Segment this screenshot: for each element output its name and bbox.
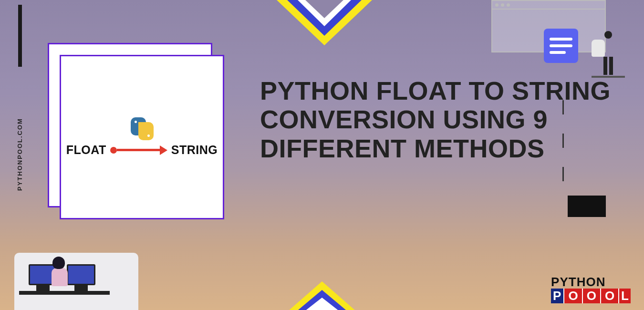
float-label: FLOAT	[66, 143, 106, 157]
desk-person-illustration	[14, 234, 148, 310]
site-url-text: PYTHONPOOL.COM	[16, 118, 23, 191]
pythonpool-logo: PYTHON P O O O L	[551, 275, 631, 303]
logo-o1: O	[563, 289, 582, 303]
logo-l: L	[618, 289, 631, 303]
illustration-card-front: FLOAT STRING	[60, 55, 224, 219]
browser-document-illustration	[491, 0, 606, 67]
logo-line1: PYTHON	[551, 275, 631, 289]
python-logo-icon	[128, 117, 156, 140]
top-chevron-decoration	[272, 0, 377, 52]
bottom-chevron-decoration	[284, 281, 360, 310]
logo-o3: O	[600, 289, 618, 303]
black-rectangle-accent	[568, 196, 606, 217]
document-icon	[544, 29, 578, 63]
logo-p: P	[551, 289, 563, 303]
arrow-icon	[110, 145, 167, 155]
float-to-string-diagram: FLOAT STRING	[66, 143, 218, 157]
standing-person-illustration	[592, 31, 625, 78]
side-tick-marks	[562, 100, 564, 181]
corner-accent-bar	[18, 5, 22, 67]
logo-o2: O	[582, 289, 600, 303]
string-label: STRING	[171, 143, 218, 157]
